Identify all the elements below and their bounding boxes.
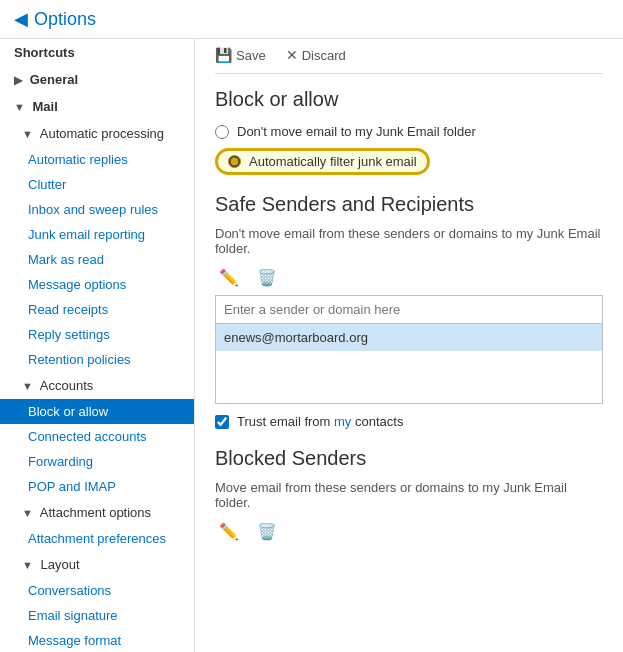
radio-auto-filter-label: Automatically filter junk email [249, 154, 417, 169]
mail-arrow: ▼ [14, 101, 25, 113]
highlighted-auto-filter: Automatically filter junk email [215, 148, 430, 175]
content-area: 💾 Save ✕ Discard Block or allow Don't mo… [195, 39, 623, 652]
save-icon: 💾 [215, 47, 232, 63]
sidebar: Shortcuts ▶ General ▼ Mail ▼ Automatic p… [0, 39, 195, 652]
sidebar-subsection-automatic-label: Automatic processing [40, 126, 164, 141]
radio-no-move[interactable] [215, 125, 229, 139]
safe-senders-description: Don't move email from these senders or d… [215, 226, 603, 256]
edit-sender-button[interactable]: ✏️ [215, 266, 243, 289]
sidebar-subsection-attachment-options[interactable]: ▼ Attachment options [0, 499, 194, 526]
filter-options: Don't move email to my Junk Email folder… [215, 121, 603, 177]
blocked-senders-icon-toolbar: ✏️ 🗑️ [215, 520, 603, 543]
safe-senders-icon-toolbar: ✏️ 🗑️ [215, 266, 603, 289]
sidebar-item-email-signature[interactable]: Email signature [0, 603, 194, 628]
save-label: Save [236, 48, 266, 63]
page-title: Block or allow [215, 88, 603, 111]
safe-senders-section: Safe Senders and Recipients Don't move e… [215, 193, 603, 429]
attachment-arrow: ▼ [22, 507, 33, 519]
radio-option-no-move: Don't move email to my Junk Email folder [215, 121, 603, 142]
radio-auto-filter[interactable] [228, 155, 241, 168]
accounts-arrow: ▼ [22, 380, 33, 392]
sender-input[interactable] [215, 295, 603, 324]
trust-contacts-checkbox[interactable] [215, 415, 229, 429]
sidebar-item-attachment-preferences[interactable]: Attachment preferences [0, 526, 194, 551]
blocked-senders-section: Blocked Senders Move email from these se… [215, 447, 603, 543]
blocked-senders-description: Move email from these senders or domains… [215, 480, 603, 510]
trust-contacts-row: Trust email from my contacts [215, 414, 603, 429]
save-button[interactable]: 💾 Save [215, 47, 266, 63]
my-contacts-link[interactable]: my [334, 414, 351, 429]
header-title: Options [34, 9, 96, 30]
sidebar-item-read-receipts[interactable]: Read receipts [0, 297, 194, 322]
main-layout: Shortcuts ▶ General ▼ Mail ▼ Automatic p… [0, 39, 623, 652]
discard-button[interactable]: ✕ Discard [286, 47, 346, 63]
delete-blocked-button[interactable]: 🗑️ [253, 520, 281, 543]
sidebar-item-conversations[interactable]: Conversations [0, 578, 194, 603]
back-icon[interactable]: ◀ [14, 8, 28, 30]
sidebar-item-connected-accounts[interactable]: Connected accounts [0, 424, 194, 449]
sidebar-item-message-format[interactable]: Message format [0, 628, 194, 652]
discard-icon: ✕ [286, 47, 298, 63]
delete-sender-button[interactable]: 🗑️ [253, 266, 281, 289]
discard-label: Discard [302, 48, 346, 63]
sidebar-item-junk-email[interactable]: Junk email reporting [0, 222, 194, 247]
sidebar-item-block-or-allow[interactable]: Block or allow [0, 399, 194, 424]
sidebar-subsection-attachment-label: Attachment options [40, 505, 151, 520]
sidebar-item-forwarding[interactable]: Forwarding [0, 449, 194, 474]
sidebar-item-retention-policies[interactable]: Retention policies [0, 347, 194, 372]
sidebar-item-reply-settings[interactable]: Reply settings [0, 322, 194, 347]
safe-senders-list: enews@mortarboard.org [215, 324, 603, 404]
sidebar-subsection-layout[interactable]: ▼ Layout [0, 551, 194, 578]
sidebar-subsection-automatic[interactable]: ▼ Automatic processing [0, 120, 194, 147]
sidebar-item-message-options[interactable]: Message options [0, 272, 194, 297]
blocked-senders-title: Blocked Senders [215, 447, 603, 470]
sidebar-item-automatic-replies[interactable]: Automatic replies [0, 147, 194, 172]
sidebar-subsection-accounts[interactable]: ▼ Accounts [0, 372, 194, 399]
header: ◀ Options [0, 0, 623, 39]
radio-no-move-label: Don't move email to my Junk Email folder [237, 124, 476, 139]
trust-contacts-label: Trust email from my contacts [237, 414, 403, 429]
sidebar-section-general-label: General [30, 72, 78, 87]
content-toolbar: 💾 Save ✕ Discard [215, 39, 603, 74]
sidebar-subsection-accounts-label: Accounts [40, 378, 93, 393]
sidebar-item-clutter[interactable]: Clutter [0, 172, 194, 197]
safe-senders-title: Safe Senders and Recipients [215, 193, 603, 216]
edit-blocked-button[interactable]: ✏️ [215, 520, 243, 543]
sidebar-item-inbox-sweep[interactable]: Inbox and sweep rules [0, 197, 194, 222]
sidebar-shortcuts: Shortcuts [0, 39, 194, 66]
sidebar-item-mark-as-read[interactable]: Mark as read [0, 247, 194, 272]
sidebar-section-mail[interactable]: ▼ Mail [0, 93, 194, 120]
auto-arrow: ▼ [22, 128, 33, 140]
layout-arrow: ▼ [22, 559, 33, 571]
sidebar-section-mail-label: Mail [33, 99, 58, 114]
sidebar-subsection-layout-label: Layout [41, 557, 80, 572]
safe-sender-item[interactable]: enews@mortarboard.org [216, 324, 602, 351]
sidebar-section-general[interactable]: ▶ General [0, 66, 194, 93]
sidebar-item-pop-imap[interactable]: POP and IMAP [0, 474, 194, 499]
general-arrow: ▶ [14, 74, 22, 87]
